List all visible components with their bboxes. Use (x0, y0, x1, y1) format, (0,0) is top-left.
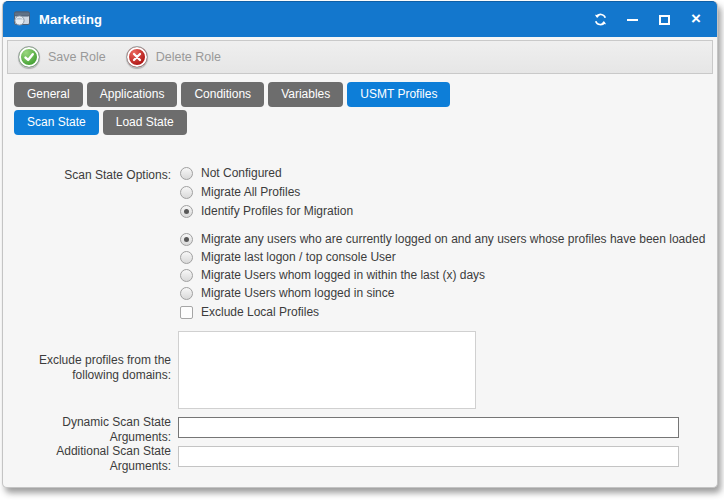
sub-tab-bar: Scan State Load State (14, 110, 717, 135)
titlebar[interactable]: Marketing × (3, 1, 717, 37)
tab-usmt-profiles[interactable]: USMT Profiles (347, 82, 450, 107)
window-title: Marketing (39, 12, 102, 27)
scan-state-form: Scan State Options: Not Configured Migra… (3, 135, 717, 487)
maximize-button[interactable] (653, 9, 675, 31)
exclude-domains-textarea[interactable] (178, 331, 476, 409)
radio-not-configured[interactable]: Not Configured (180, 166, 282, 180)
radio-migrate-since[interactable]: Migrate Users whom logged in since (180, 286, 394, 300)
tab-conditions[interactable]: Conditions (181, 82, 264, 107)
delete-x-icon (126, 46, 148, 68)
save-role-label: Save Role (48, 50, 106, 64)
radio-icon (180, 251, 193, 264)
radio-identify-profiles[interactable]: Identify Profiles for Migration (180, 204, 353, 218)
exclude-domains-label: Exclude profiles from the following doma… (3, 353, 171, 383)
tab-general[interactable]: General (14, 82, 83, 107)
save-check-icon (18, 46, 40, 68)
app-window-icon (12, 11, 31, 28)
main-tab-bar: General Applications Conditions Variable… (14, 82, 717, 107)
toolbar: Save Role Delete Role (7, 40, 713, 74)
radio-migrate-logged-on-users[interactable]: Migrate any users who are currently logg… (180, 232, 705, 246)
radio-icon (180, 205, 193, 218)
minimize-button[interactable] (621, 9, 643, 31)
additional-scan-state-arguments-label: Additional Scan State Arguments: (3, 444, 171, 474)
radio-icon (180, 269, 193, 282)
close-icon: × (691, 10, 701, 27)
radio-migrate-last-logon[interactable]: Migrate last logon / top console User (180, 250, 396, 264)
radio-migrate-last-x-days[interactable]: Migrate Users whom logged in within the … (180, 268, 485, 282)
save-role-button[interactable]: Save Role (18, 46, 106, 68)
window-controls: × (579, 9, 707, 31)
tab-load-state[interactable]: Load State (103, 110, 187, 135)
tab-scan-state[interactable]: Scan State (14, 110, 99, 135)
tab-variables[interactable]: Variables (268, 82, 343, 107)
scan-state-options-label: Scan State Options: (3, 168, 171, 183)
minimize-icon (627, 19, 638, 21)
refresh-icon (593, 12, 608, 27)
radio-icon (180, 287, 193, 300)
radio-icon (180, 186, 193, 199)
additional-scan-state-arguments-input[interactable] (178, 446, 679, 467)
refresh-button[interactable] (589, 9, 611, 31)
exclude-local-profiles-checkbox[interactable]: Exclude Local Profiles (180, 305, 319, 319)
tab-applications[interactable]: Applications (87, 82, 178, 107)
radio-icon (180, 233, 193, 246)
radio-icon (180, 167, 193, 180)
delete-role-button[interactable]: Delete Role (126, 46, 221, 68)
radio-migrate-all-profiles[interactable]: Migrate All Profiles (180, 185, 300, 199)
dynamic-scan-state-arguments-label: Dynamic Scan State Arguments: (3, 415, 171, 445)
checkbox-icon (180, 306, 193, 319)
close-button[interactable]: × (685, 9, 707, 31)
delete-role-label: Delete Role (156, 50, 221, 64)
dynamic-scan-state-arguments-input[interactable] (178, 417, 679, 438)
marketing-role-window: Marketing × (2, 1, 718, 488)
maximize-icon (659, 15, 670, 25)
